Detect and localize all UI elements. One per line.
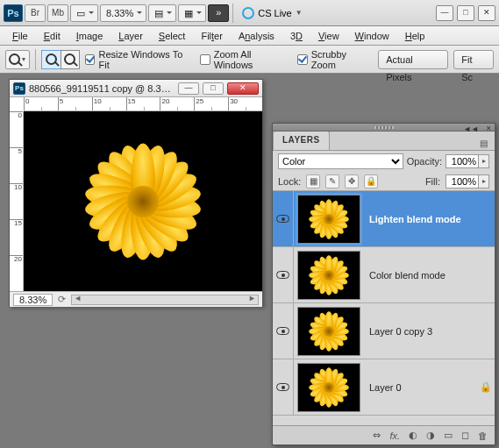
lock-image-icon[interactable]: ✎ <box>325 174 339 188</box>
fill-flyout-icon[interactable]: ▸ <box>479 174 489 188</box>
arrange-icon: ▤ <box>154 8 163 18</box>
ruler-tick: 20 <box>10 255 23 291</box>
zoom-dropdown[interactable]: 8.33% <box>100 4 146 22</box>
zoom-all-checkbox[interactable]: Zoom All Windows <box>200 49 292 70</box>
layer-name[interactable]: Lighten blend mode <box>364 214 495 224</box>
canvas[interactable] <box>24 111 262 291</box>
lock-all-icon[interactable]: 🔒 <box>364 174 378 188</box>
fill-field[interactable] <box>446 174 479 188</box>
menu-select[interactable]: Select <box>152 28 193 44</box>
layer-thumbnail[interactable] <box>297 363 360 412</box>
doc-maximize-button[interactable]: □ <box>203 82 224 95</box>
checkbox-icon <box>200 54 210 65</box>
app-logo: Ps <box>4 4 23 22</box>
layer-row[interactable]: Lighten blend mode <box>273 191 495 247</box>
lock-position-icon[interactable]: ✥ <box>345 174 359 188</box>
status-info-icon[interactable]: ⟳ <box>58 294 66 305</box>
menu-window[interactable]: Window <box>348 28 396 44</box>
link-icon[interactable]: ⇔ <box>373 430 381 441</box>
menu-help[interactable]: Help <box>398 28 432 44</box>
layer-row[interactable]: Layer 0 copy 3 <box>273 303 495 359</box>
eye-icon <box>276 327 289 335</box>
layer-thumbnail[interactable] <box>297 251 360 300</box>
visibility-toggle[interactable] <box>273 191 294 246</box>
menu-file[interactable]: File <box>5 28 35 44</box>
chevron-down-icon: ▼ <box>296 9 303 17</box>
window-minimize-button[interactable]: — <box>436 5 453 21</box>
cs-live-button[interactable]: CS Live ▼ <box>237 4 307 23</box>
layer-row[interactable]: Color blend mode <box>273 247 495 303</box>
minibridge-button[interactable]: Mb <box>47 4 68 22</box>
thumbnail-image <box>303 309 354 354</box>
thumbnail-image <box>303 365 354 410</box>
window-close-button[interactable]: ✕ <box>478 5 495 21</box>
ruler-tick: 20 <box>160 97 194 110</box>
new-icon[interactable]: ◻ <box>461 430 469 441</box>
group-icon[interactable]: ▭ <box>444 430 453 441</box>
doc-minimize-button[interactable]: — <box>178 82 199 95</box>
screen-mode-dropdown[interactable]: ▭ <box>70 4 98 22</box>
zoom-out-button[interactable] <box>61 50 80 69</box>
layer-name[interactable]: Color blend mode <box>364 270 495 281</box>
visibility-toggle[interactable] <box>273 247 294 302</box>
menu-edit[interactable]: Edit <box>37 28 68 44</box>
fx-icon[interactable]: fx. <box>389 430 400 441</box>
magnifier-icon <box>9 53 20 65</box>
opacity-input[interactable]: ▸ <box>446 154 489 168</box>
ruler-tick: 10 <box>92 97 126 110</box>
lock-transparent-icon[interactable]: ▦ <box>306 174 320 188</box>
panel-menu-icon[interactable]: ▤ <box>476 137 491 150</box>
menu-3d[interactable]: 3D <box>283 28 310 44</box>
panel-close-icon[interactable]: × <box>486 124 491 133</box>
separator <box>35 49 36 70</box>
ruler-vertical[interactable]: 05101520 <box>10 111 24 291</box>
layer-name[interactable]: Layer 0 copy 3 <box>364 326 495 337</box>
document-statusbar: 8.33% ⟳ <box>10 291 262 307</box>
layer-thumbnail[interactable] <box>297 195 360 244</box>
layer-name[interactable]: Layer 0 <box>364 382 477 393</box>
layer-thumbnail[interactable] <box>297 307 360 356</box>
mask-icon[interactable]: ◐ <box>409 430 417 441</box>
magnifier-plus-icon <box>46 53 57 65</box>
horizontal-scrollbar[interactable] <box>71 295 259 305</box>
ruler-tick: 25 <box>194 97 228 110</box>
tab-layers[interactable]: LAYERS <box>273 131 330 150</box>
menu-view[interactable]: View <box>311 28 346 44</box>
bridge-button[interactable]: Br <box>25 4 46 22</box>
visibility-toggle[interactable] <box>273 303 294 359</box>
menu-filter[interactable]: Filter <box>194 28 229 44</box>
zoom-tool-preset[interactable]: ▾ <box>5 50 30 69</box>
doc-close-button[interactable]: ✕ <box>227 82 259 95</box>
expand-panels-button[interactable]: » <box>208 4 229 22</box>
trash-icon[interactable]: 🗑 <box>478 430 488 441</box>
menu-analysis[interactable]: Analysis <box>232 28 282 44</box>
fit-screen-button[interactable]: Fit Sc <box>453 50 494 69</box>
panel-collapse-icon[interactable]: ◄◄ <box>463 124 479 133</box>
opacity-flyout-icon[interactable]: ▸ <box>479 154 489 168</box>
ruler-horizontal[interactable]: 051015202530 <box>24 97 262 111</box>
resize-windows-checkbox[interactable]: Resize Windows To Fit <box>85 49 195 70</box>
arrange-dropdown[interactable]: ▤ <box>148 4 176 22</box>
scrubby-zoom-checkbox[interactable]: Scrubby Zoom <box>297 49 373 70</box>
ruler-tick: 15 <box>10 219 23 255</box>
adjust-icon[interactable]: ◑ <box>426 430 435 441</box>
extras-dropdown[interactable]: ▦ <box>178 4 206 22</box>
panel-grip[interactable]: ◄◄ × <box>273 124 495 132</box>
document-titlebar[interactable]: Ps 880566_99119511 copy @ 8.33% (Lighten… <box>10 80 262 97</box>
layer-row[interactable]: Layer 0🔒 <box>273 359 495 416</box>
menu-layer[interactable]: Layer <box>111 28 150 44</box>
actual-pixels-button[interactable]: Actual Pixels <box>378 50 448 69</box>
menu-image[interactable]: Image <box>69 28 110 44</box>
blend-mode-select[interactable]: Color <box>278 153 403 169</box>
zoom-in-button[interactable] <box>41 50 61 69</box>
zoom-mode-toggle[interactable] <box>41 50 80 69</box>
window-maximize-button[interactable]: □ <box>457 5 474 21</box>
visibility-toggle[interactable] <box>273 359 294 415</box>
resize-windows-label: Resize Windows To Fit <box>98 49 194 70</box>
panel-tab-row: LAYERS ▤ <box>273 132 495 151</box>
ruler-tick: 15 <box>126 97 160 110</box>
ruler-tick: 5 <box>58 97 92 110</box>
status-zoom[interactable]: 8.33% <box>13 294 53 306</box>
fill-input[interactable]: ▸ <box>446 174 489 188</box>
opacity-field[interactable] <box>446 154 479 168</box>
